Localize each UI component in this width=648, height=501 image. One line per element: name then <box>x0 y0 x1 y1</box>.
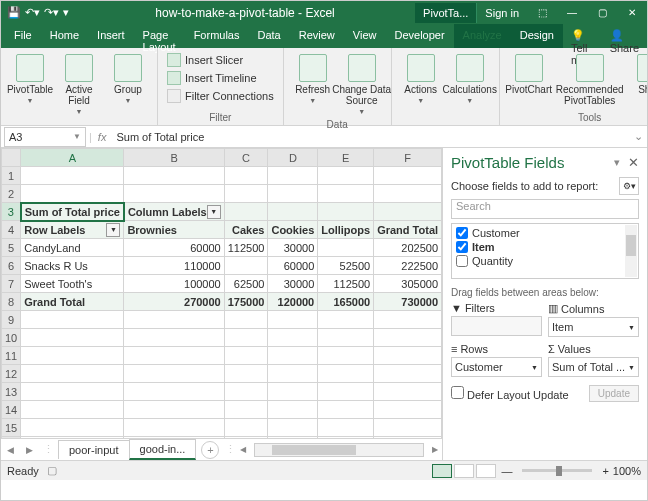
sheet-tab[interactable]: poor-input <box>58 440 130 459</box>
save-icon[interactable]: 💾 <box>7 6 21 19</box>
values-field-item[interactable]: Sum of Total ...▼ <box>548 357 639 377</box>
cell[interactable]: 110000 <box>124 257 224 275</box>
cell[interactable]: 222500 <box>374 257 442 275</box>
share-button[interactable]: 👤 Share <box>602 24 647 48</box>
select-all-corner[interactable] <box>2 149 21 167</box>
field-list[interactable]: Customer Item Quantity <box>451 223 639 279</box>
recommended-pivottables-button[interactable]: Recommended PivotTables <box>555 52 625 108</box>
cell[interactable]: 202500 <box>374 239 442 257</box>
horizontal-scrollbar[interactable] <box>254 443 424 457</box>
pane-options-icon[interactable]: ▾ <box>614 156 620 169</box>
row-header[interactable]: 2 <box>2 185 21 203</box>
cell[interactable]: Sweet Tooth's <box>21 275 124 293</box>
group-button[interactable]: Group▼ <box>105 52 151 106</box>
row-header[interactable]: 10 <box>2 329 21 347</box>
tab-analyze[interactable]: Analyze <box>454 24 511 48</box>
maximize-icon[interactable]: ▢ <box>587 1 617 24</box>
col-header[interactable]: B <box>124 149 224 167</box>
normal-view-button[interactable] <box>432 464 452 478</box>
actions-button[interactable]: Actions▼ <box>398 52 444 106</box>
sign-in-button[interactable]: Sign in <box>476 3 527 23</box>
row-header[interactable]: 11 <box>2 347 21 365</box>
cell[interactable]: Column Labels▼ <box>124 203 224 221</box>
row-header[interactable]: 5 <box>2 239 21 257</box>
zoom-slider[interactable] <box>522 469 592 472</box>
field-checkbox[interactable] <box>456 255 468 267</box>
columns-field-item[interactable]: Item▼ <box>548 317 639 337</box>
name-box[interactable]: A3▼ <box>4 127 86 147</box>
fx-icon[interactable]: fx <box>92 131 113 143</box>
filters-drop-area[interactable] <box>451 316 542 336</box>
cell[interactable]: 100000 <box>124 275 224 293</box>
cell[interactable]: 60000 <box>124 239 224 257</box>
cell[interactable]: 112500 <box>224 239 268 257</box>
tab-formulas[interactable]: Formulas <box>185 24 249 48</box>
cell[interactable]: Cookies <box>268 221 318 239</box>
insert-timeline-button[interactable]: Insert Timeline <box>164 70 277 86</box>
page-layout-view-button[interactable] <box>454 464 474 478</box>
row-header[interactable]: 13 <box>2 383 21 401</box>
cell[interactable]: 120000 <box>268 293 318 311</box>
field-item[interactable]: Quantity <box>456 254 634 268</box>
row-header[interactable]: 1 <box>2 167 21 185</box>
ribbon-options-icon[interactable]: ⬚ <box>527 1 557 24</box>
cell[interactable]: Snacks R Us <box>21 257 124 275</box>
row-header[interactable]: 16 <box>2 437 21 439</box>
worksheet-grid[interactable]: A B C D E F 1 2 3 Sum of Total price Col… <box>1 148 442 438</box>
tab-review[interactable]: Review <box>290 24 344 48</box>
cell[interactable]: 30000 <box>268 239 318 257</box>
fields-search-input[interactable]: Search <box>451 199 639 219</box>
field-checkbox[interactable] <box>456 241 468 253</box>
zoom-level[interactable]: 100% <box>613 465 641 477</box>
tab-home[interactable]: Home <box>41 24 88 48</box>
col-header[interactable]: F <box>374 149 442 167</box>
field-list-scrollbar[interactable] <box>625 225 637 277</box>
field-item[interactable]: Customer <box>456 226 634 240</box>
cell[interactable]: Sum of Total price <box>21 203 124 221</box>
row-header[interactable]: 8 <box>2 293 21 311</box>
zoom-in-button[interactable]: + <box>602 465 608 477</box>
col-header[interactable]: A <box>21 149 124 167</box>
cell[interactable]: 730000 <box>374 293 442 311</box>
row-header[interactable]: 6 <box>2 257 21 275</box>
cell[interactable]: 165000 <box>318 293 374 311</box>
cell[interactable]: 62500 <box>224 275 268 293</box>
cell[interactable]: Brownies <box>124 221 224 239</box>
defer-layout-checkbox[interactable]: Defer Layout Update <box>451 386 569 401</box>
show-button[interactable]: Show▼ <box>628 52 648 106</box>
cell[interactable]: Grand Total <box>21 293 124 311</box>
cell[interactable] <box>224 257 268 275</box>
cell[interactable]: 52500 <box>318 257 374 275</box>
close-icon[interactable]: ✕ <box>617 1 647 24</box>
cell[interactable]: Cakes <box>224 221 268 239</box>
active-field-button[interactable]: Active Field▼ <box>56 52 102 117</box>
row-header[interactable]: 3 <box>2 203 21 221</box>
add-sheet-button[interactable]: + <box>201 441 219 459</box>
sheet-tab[interactable]: good-in... <box>129 439 197 460</box>
row-header[interactable]: 7 <box>2 275 21 293</box>
cell[interactable] <box>318 239 374 257</box>
row-header[interactable]: 15 <box>2 419 21 437</box>
scroll-right-icon[interactable]: ▶ <box>428 445 442 454</box>
row-header[interactable]: 9 <box>2 311 21 329</box>
col-header[interactable]: D <box>268 149 318 167</box>
qat-customize-icon[interactable]: ▾ <box>63 6 69 19</box>
formula-input[interactable]: Sum of Total price <box>112 131 629 143</box>
tab-nav-prev-icon[interactable]: ◀ <box>1 445 20 455</box>
page-break-view-button[interactable] <box>476 464 496 478</box>
expand-formula-icon[interactable]: ⌄ <box>629 130 647 143</box>
minimize-icon[interactable]: — <box>557 1 587 24</box>
tab-file[interactable]: File <box>5 24 41 48</box>
cell[interactable]: 60000 <box>268 257 318 275</box>
cell[interactable]: 30000 <box>268 275 318 293</box>
tab-insert[interactable]: Insert <box>88 24 134 48</box>
rows-field-item[interactable]: Customer▼ <box>451 357 542 377</box>
tab-view[interactable]: View <box>344 24 386 48</box>
redo-icon[interactable]: ↷▾ <box>44 6 59 19</box>
insert-slicer-button[interactable]: Insert Slicer <box>164 52 277 68</box>
field-checkbox[interactable] <box>456 227 468 239</box>
zoom-out-button[interactable]: — <box>501 465 512 477</box>
tell-me-button[interactable]: 💡 Tell me <box>563 24 602 48</box>
cell[interactable]: Lollipops <box>318 221 374 239</box>
refresh-button[interactable]: Refresh▼ <box>290 52 336 106</box>
